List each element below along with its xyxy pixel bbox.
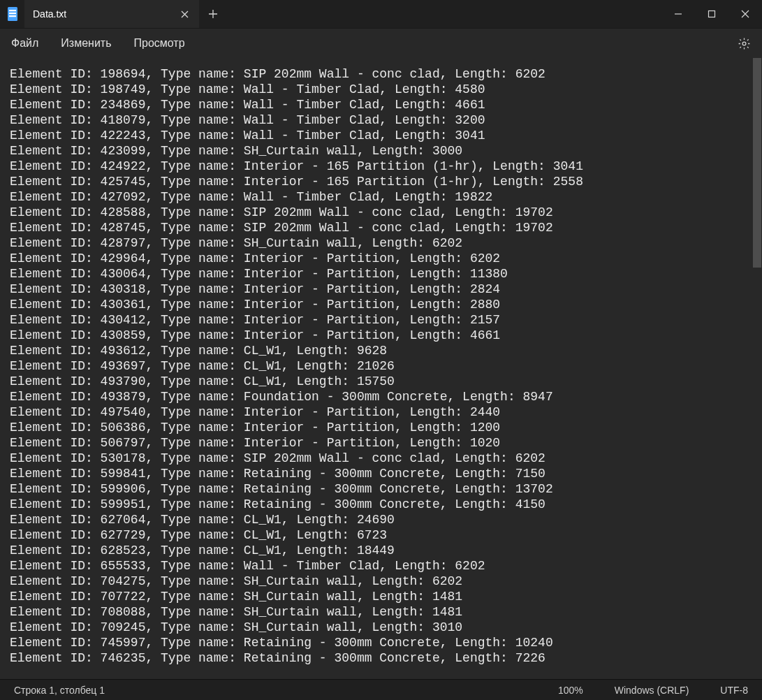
menus: Файл Изменить Просмотр (0, 29, 196, 59)
close-button[interactable] (728, 0, 762, 28)
svg-rect-4 (709, 11, 715, 17)
titlebar-left: Data.txt (0, 0, 227, 28)
svg-point-5 (742, 42, 746, 45)
status-cursor[interactable]: Строка 1, столбец 1 (14, 685, 105, 696)
editor-wrap: Element ID: 198694, Type name: SIP 202mm… (0, 58, 762, 679)
titlebar: Data.txt (0, 0, 762, 28)
statusbar: Строка 1, столбец 1 100% Windows (CRLF) … (0, 679, 762, 700)
tab-data-txt[interactable]: Data.txt (24, 0, 199, 28)
status-zoom[interactable]: 100% (558, 685, 583, 696)
scrollbar-thumb[interactable] (753, 58, 761, 268)
menu-view[interactable]: Просмотр (123, 29, 196, 59)
tab-title: Data.txt (33, 8, 171, 20)
status-line-ending[interactable]: Windows (CRLF) (615, 685, 689, 696)
minimize-button[interactable] (661, 0, 695, 28)
vertical-scrollbar[interactable] (752, 58, 762, 679)
tab-close-button[interactable] (178, 8, 191, 20)
menubar: Файл Изменить Просмотр (0, 28, 762, 58)
svg-rect-2 (9, 13, 16, 14)
notepad-app-icon (0, 6, 24, 22)
svg-rect-1 (9, 10, 16, 11)
maximize-button[interactable] (695, 0, 728, 28)
svg-rect-3 (9, 15, 16, 17)
new-tab-button[interactable] (199, 9, 227, 19)
menu-file[interactable]: Файл (0, 29, 50, 59)
status-right: 100% Windows (CRLF) UTF-8 (558, 685, 748, 696)
status-encoding[interactable]: UTF-8 (720, 685, 748, 696)
window-controls (661, 0, 762, 28)
settings-button[interactable] (731, 31, 756, 56)
menu-edit[interactable]: Изменить (50, 29, 122, 59)
editor-content[interactable]: Element ID: 198694, Type name: SIP 202mm… (0, 58, 752, 679)
